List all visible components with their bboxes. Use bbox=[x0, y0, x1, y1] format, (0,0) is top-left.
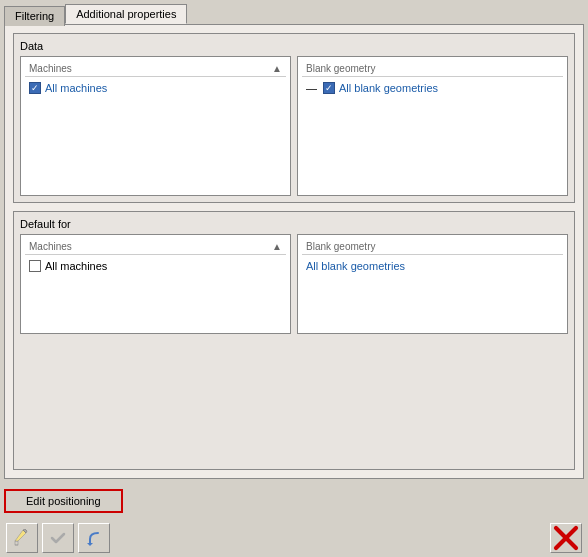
back-icon bbox=[85, 529, 103, 547]
close-button[interactable] bbox=[550, 523, 582, 553]
back-button[interactable] bbox=[78, 523, 110, 553]
edit-positioning-button[interactable]: Edit positioning bbox=[4, 489, 123, 513]
data-machines-header: Machines ▲ bbox=[25, 61, 286, 77]
svg-rect-0 bbox=[15, 541, 18, 545]
tab-bar: Filtering Additional properties bbox=[0, 0, 588, 24]
data-machines-label-1: All machines bbox=[45, 82, 107, 94]
edit-button[interactable] bbox=[6, 523, 38, 553]
default-machines-header: Machines ▲ bbox=[25, 239, 286, 255]
pencil-icon bbox=[13, 529, 31, 547]
default-blank-geometry-item-1[interactable]: All blank geometries bbox=[302, 259, 563, 273]
default-section: Default for Machines ▲ All machines bbox=[13, 211, 575, 470]
confirm-button[interactable] bbox=[42, 523, 74, 553]
tab-filtering[interactable]: Filtering bbox=[4, 6, 65, 26]
toolbar-left bbox=[6, 523, 110, 553]
default-machines-checkbox-1[interactable] bbox=[29, 260, 41, 272]
svg-marker-4 bbox=[87, 543, 93, 546]
data-blank-geometry-checkbox-1[interactable] bbox=[323, 82, 335, 94]
data-two-col: Machines ▲ All machines Blank geometry — bbox=[20, 56, 568, 196]
default-machines-item-1[interactable]: All machines bbox=[25, 259, 286, 273]
data-machines-checkbox-1[interactable] bbox=[29, 82, 41, 94]
data-section: Data Machines ▲ All machines B bbox=[13, 33, 575, 203]
default-section-title: Default for bbox=[20, 218, 568, 230]
edit-positioning-area: Edit positioning bbox=[4, 483, 584, 519]
bottom-toolbar bbox=[0, 519, 588, 557]
default-machines-listbox: Machines ▲ All machines bbox=[20, 234, 291, 334]
tab-additional-properties[interactable]: Additional properties bbox=[65, 4, 187, 24]
default-machines-label-1: All machines bbox=[45, 260, 107, 272]
default-machines-sort-icon: ▲ bbox=[272, 241, 282, 252]
data-machines-listbox: Machines ▲ All machines bbox=[20, 56, 291, 196]
default-blank-geometry-label-1: All blank geometries bbox=[306, 260, 405, 272]
data-blank-geometry-listbox: Blank geometry — All blank geometries bbox=[297, 56, 568, 196]
main-container: Filtering Additional properties Data Mac… bbox=[0, 0, 588, 557]
close-icon bbox=[551, 523, 581, 553]
data-machines-item-1[interactable]: All machines bbox=[25, 81, 286, 95]
data-section-title: Data bbox=[20, 40, 568, 52]
data-blank-geometry-header: Blank geometry bbox=[302, 61, 563, 77]
default-blank-geometry-listbox: Blank geometry All blank geometries bbox=[297, 234, 568, 334]
checkmark-icon bbox=[49, 529, 67, 547]
data-blank-geometry-label-1: All blank geometries bbox=[339, 82, 438, 94]
data-blank-geometry-prefix: — bbox=[306, 82, 317, 94]
default-two-col: Machines ▲ All machines Blank geometry A… bbox=[20, 234, 568, 334]
default-blank-geometry-header: Blank geometry bbox=[302, 239, 563, 255]
machines-sort-icon: ▲ bbox=[272, 63, 282, 74]
main-panel: Data Machines ▲ All machines B bbox=[4, 24, 584, 479]
data-blank-geometry-item-1[interactable]: — All blank geometries bbox=[302, 81, 563, 95]
